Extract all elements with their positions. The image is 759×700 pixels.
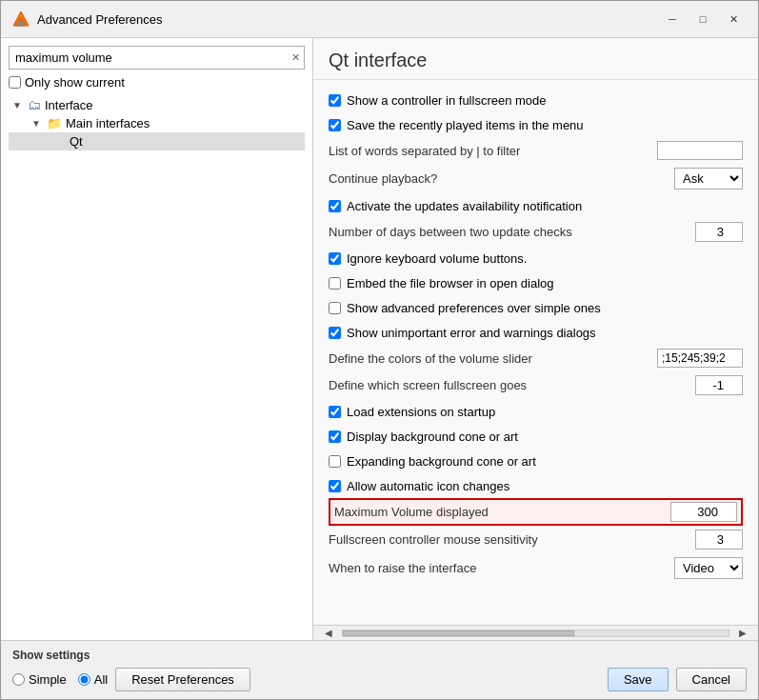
- expand-icon-main-interfaces: ▼: [31, 118, 43, 129]
- radio-all[interactable]: [78, 673, 90, 686]
- setting-row-raise-interface: When to raise the interface VideoAlwaysN…: [329, 553, 743, 583]
- search-clear-button[interactable]: ✕: [291, 51, 300, 64]
- label-display-background: Display background cone or art: [347, 430, 518, 444]
- checkbox-expanding-background[interactable]: [329, 455, 341, 468]
- label-expanding-background: Expanding background cone or art: [347, 454, 536, 469]
- input-mouse-sensitivity[interactable]: [695, 530, 743, 550]
- only-show-current-label[interactable]: Only show current: [9, 75, 305, 90]
- setting-row-allow-icon-changes: Allow automatic icon changes: [329, 473, 743, 498]
- vlc-icon: [12, 10, 30, 28]
- select-raise-interface[interactable]: VideoAlwaysNever: [674, 557, 743, 579]
- content-area: ✕ Only show current ▼ 🗂 Interface: [1, 38, 758, 640]
- label-fullscreen-screen: Define which screen fullscreen goes: [329, 378, 695, 392]
- input-volume-colors[interactable]: [657, 349, 743, 368]
- maximize-button[interactable]: □: [689, 9, 716, 30]
- setting-row-unimportant-errors: Show unimportant error and warnings dial…: [329, 320, 743, 345]
- reset-preferences-button[interactable]: Reset Preferences: [115, 668, 250, 691]
- setting-checkbox-display-background[interactable]: Display background cone or art: [329, 430, 743, 444]
- tree-row-qt[interactable]: Qt: [9, 132, 305, 150]
- radio-item-all[interactable]: All: [78, 672, 108, 687]
- title-bar-left: Advanced Preferences: [12, 10, 163, 28]
- setting-checkbox-load-extensions[interactable]: Load extensions on startup: [329, 405, 743, 419]
- setting-row-continue-playback: Continue playback? AskAlwaysNever: [329, 164, 743, 193]
- settings-list[interactable]: Show a controller in fullscreen mode Sav…: [313, 80, 758, 625]
- right-panel: Qt interface Show a controller in fullsc…: [313, 38, 758, 640]
- label-raise-interface: When to raise the interface: [329, 561, 674, 575]
- input-filter-words[interactable]: [657, 141, 743, 160]
- label-embed-browser: Embed the file browser in open dialog: [347, 276, 554, 290]
- setting-checkbox-allow-icon-changes[interactable]: Allow automatic icon changes: [329, 479, 743, 493]
- input-fullscreen-screen[interactable]: [695, 375, 743, 395]
- setting-checkbox-show-controller[interactable]: Show a controller in fullscreen mode: [329, 93, 743, 108]
- label-load-extensions: Load extensions on startup: [347, 405, 495, 419]
- checkbox-embed-browser[interactable]: [329, 277, 341, 290]
- only-show-current-text: Only show current: [25, 75, 125, 90]
- right-header: Qt interface: [313, 38, 758, 80]
- input-max-volume[interactable]: [670, 502, 737, 522]
- setting-checkbox-update-notification[interactable]: Activate the updates availability notifi…: [329, 199, 743, 213]
- bottom-controls: Simple All Reset Preferences Save Cancel: [12, 668, 747, 691]
- setting-checkbox-ignore-keyboard[interactable]: Ignore keyboard volume buttons.: [329, 251, 743, 266]
- bottom-bar: Show settings Simple All Reset Preferenc…: [1, 640, 758, 699]
- radio-simple-label: Simple: [29, 672, 67, 687]
- checkbox-show-controller[interactable]: [329, 94, 341, 107]
- label-show-controller: Show a controller in fullscreen mode: [347, 93, 547, 108]
- label-mouse-sensitivity: Fullscreen controller mouse sensitivity: [329, 532, 695, 547]
- show-settings-label: Show settings: [12, 649, 747, 662]
- setting-checkbox-save-recent[interactable]: Save the recently played items in the me…: [329, 118, 743, 132]
- setting-checkbox-expanding-background[interactable]: Expanding background cone or art: [329, 454, 743, 469]
- save-button[interactable]: Save: [608, 668, 669, 691]
- tree-item-main-interfaces: ▼ 📁 Main interfaces Qt: [9, 114, 305, 150]
- setting-row-display-background: Display background cone or art: [329, 424, 743, 449]
- radio-item-simple[interactable]: Simple: [12, 672, 67, 687]
- window-title: Advanced Preferences: [37, 12, 163, 27]
- checkbox-update-notification[interactable]: [329, 200, 341, 212]
- search-bar: ✕: [9, 46, 305, 70]
- select-continue-playback[interactable]: AskAlwaysNever: [674, 168, 743, 190]
- tree-row-interface[interactable]: ▼ 🗂 Interface: [9, 95, 305, 114]
- only-show-current-checkbox[interactable]: [9, 76, 21, 89]
- setting-row-ignore-keyboard: Ignore keyboard volume buttons.: [329, 246, 743, 270]
- tree-row-main-interfaces[interactable]: ▼ 📁 Main interfaces: [9, 114, 305, 132]
- setting-row-show-advanced: Show advanced preferences over simple on…: [329, 295, 743, 320]
- close-button[interactable]: ✕: [720, 9, 747, 30]
- radio-simple[interactable]: [12, 673, 25, 686]
- checkbox-ignore-keyboard[interactable]: [329, 252, 341, 265]
- setting-row-show-controller: Show a controller in fullscreen mode: [329, 88, 743, 112]
- setting-checkbox-embed-browser[interactable]: Embed the file browser in open dialog: [329, 276, 743, 290]
- scroll-right-arrow[interactable]: ▶: [731, 628, 754, 638]
- cancel-button[interactable]: Cancel: [676, 668, 747, 691]
- window-controls: ─ □ ✕: [659, 9, 747, 30]
- setting-checkbox-unimportant-errors[interactable]: Show unimportant error and warnings dial…: [329, 326, 743, 340]
- tree: ▼ 🗂 Interface ▼ 📁 Main interfaces: [9, 95, 305, 632]
- radio-group-settings: Simple All: [12, 672, 108, 687]
- expand-icon-interface: ▼: [12, 100, 24, 110]
- label-save-recent: Save the recently played items in the me…: [347, 118, 584, 132]
- minimize-button[interactable]: ─: [659, 9, 686, 30]
- setting-row-load-extensions: Load extensions on startup: [329, 399, 743, 424]
- input-update-days[interactable]: [695, 222, 743, 242]
- svg-rect-2: [18, 22, 24, 25]
- radio-all-label: All: [94, 672, 108, 687]
- tree-label-qt: Qt: [70, 134, 83, 149]
- checkbox-allow-icon-changes[interactable]: [329, 480, 341, 492]
- label-filter-words: List of words separated by | to filter: [329, 144, 657, 158]
- label-volume-colors: Define the colors of the volume slider: [329, 351, 657, 366]
- checkbox-display-background[interactable]: [329, 430, 341, 443]
- label-max-volume: Maximum Volume displayed: [334, 505, 670, 519]
- tree-item-interface: ▼ 🗂 Interface ▼ 📁 Main interfaces: [9, 95, 305, 150]
- scroll-left-arrow[interactable]: ◀: [317, 628, 340, 638]
- label-update-notification: Activate the updates availability notifi…: [347, 199, 582, 213]
- checkbox-unimportant-errors[interactable]: [329, 327, 341, 339]
- label-ignore-keyboard: Ignore keyboard volume buttons.: [347, 251, 527, 266]
- setting-row-mouse-sensitivity: Fullscreen controller mouse sensitivity: [329, 526, 743, 553]
- checkbox-save-recent[interactable]: [329, 119, 341, 131]
- checkbox-show-advanced[interactable]: [329, 302, 341, 314]
- scroll-track: [342, 630, 729, 637]
- setting-checkbox-show-advanced[interactable]: Show advanced preferences over simple on…: [329, 301, 743, 315]
- label-allow-icon-changes: Allow automatic icon changes: [347, 479, 509, 493]
- horizontal-scrollbar[interactable]: ◀ ▶: [313, 625, 758, 640]
- setting-row-fullscreen-screen: Define which screen fullscreen goes: [329, 371, 743, 399]
- checkbox-load-extensions[interactable]: [329, 406, 341, 418]
- search-input[interactable]: [13, 49, 288, 67]
